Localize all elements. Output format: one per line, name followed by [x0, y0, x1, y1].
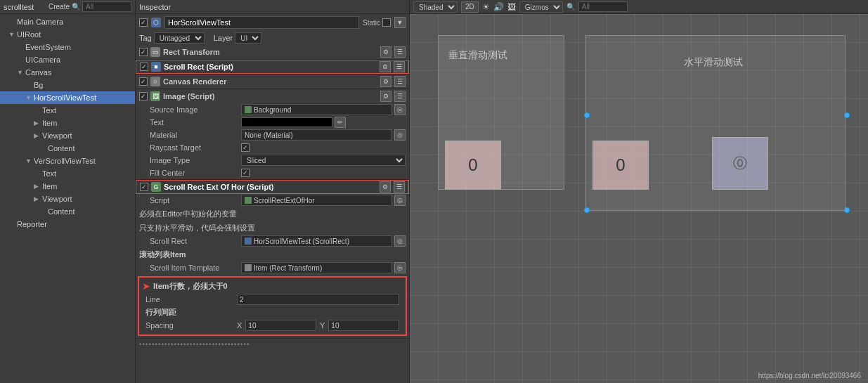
- hierarchy-search[interactable]: [82, 1, 131, 12]
- scene-search[interactable]: [578, 1, 628, 12]
- tree-item-uiroot[interactable]: ▼ UIRoot: [0, 28, 135, 41]
- raycast-value: [241, 143, 406, 152]
- arrow-canvas: ▼: [17, 69, 25, 76]
- tree-item-viewport2[interactable]: ▶ Viewport: [0, 193, 135, 205]
- tree-item-horscrollviewtest[interactable]: ▼ HorScrollViewTest: [0, 91, 135, 104]
- sre-menu-btn[interactable]: ☰: [394, 181, 405, 193]
- tree-item-content2[interactable]: Content: [0, 205, 135, 218]
- image-script-component: 🖼 Image (Script) ⚙ ☰ Source Image Backgr…: [136, 89, 409, 180]
- sun-icon: ☀: [482, 2, 490, 12]
- script-pick[interactable]: ◎: [394, 195, 406, 206]
- scroll-ext-header[interactable]: G Scroll Rect Ext Of Hor (Script) ⚙ ☰: [136, 180, 409, 194]
- go-name-input[interactable]: [164, 16, 359, 29]
- fill-center-checkbox[interactable]: [241, 169, 250, 177]
- scroll-rect-component: ■ Scroll Rect (Script) ⚙ ☰: [136, 60, 409, 74]
- sit-ref[interactable]: Item (Rect Transform): [241, 262, 392, 273]
- cr-settings-btn[interactable]: ⚙: [380, 76, 391, 87]
- spacing-y-input[interactable]: [328, 320, 399, 331]
- script-ref[interactable]: ScrollRectExtOfHor: [241, 195, 392, 206]
- layer-label: Layer: [214, 34, 233, 42]
- arrow-item2: ▶: [34, 183, 42, 190]
- raycast-row: Raycast Target: [136, 141, 409, 154]
- sr-enabled[interactable]: [140, 63, 148, 71]
- canvas-renderer-header[interactable]: ○ Canvas Renderer ⚙ ☰: [136, 74, 409, 89]
- tree-item-item2[interactable]: ▶ Item: [0, 180, 135, 193]
- tree-item-canvas[interactable]: ▼ Canvas: [0, 66, 135, 79]
- 2d-btn[interactable]: 2D: [461, 1, 479, 13]
- color-swatch[interactable]: [241, 117, 332, 127]
- tree-item-reporter[interactable]: Reporter: [0, 218, 135, 231]
- hor-scroll-label: 水平滑动测试: [684, 56, 743, 69]
- image-type-dropdown[interactable]: Sliced: [241, 155, 406, 166]
- tree-item-verscrollviewtest[interactable]: ▼ VerScrollViewTest: [0, 155, 135, 167]
- arrow-viewport2: ▶: [34, 195, 42, 202]
- source-image-ref[interactable]: Background: [241, 104, 392, 115]
- material-pick[interactable]: ◎: [394, 129, 406, 141]
- source-image-pick[interactable]: ◎: [394, 104, 406, 115]
- scene-bottom-link: https://blog.csdn.net/lcl20093466: [758, 372, 861, 379]
- hor-item1-value: 0: [616, 155, 625, 175]
- go-active-checkbox[interactable]: [139, 18, 148, 27]
- rt-menu-btn[interactable]: ☰: [394, 46, 406, 58]
- label-content1: Content: [48, 144, 75, 152]
- material-ref[interactable]: None (Material): [241, 129, 392, 141]
- scroll-item-template-row: Scroll Item Template Item (Rect Transfor…: [136, 261, 409, 274]
- tree-item-main-camera[interactable]: Main Camera: [0, 15, 135, 28]
- tree-item-content1[interactable]: Content: [0, 142, 135, 155]
- static-label: Static: [363, 19, 380, 27]
- cr-enabled[interactable]: [139, 77, 148, 86]
- scroll-rect-ref[interactable]: HorScrollViewTest (ScrollRect): [241, 235, 392, 247]
- tree-item-item1[interactable]: ▶ Item: [0, 117, 135, 129]
- inspector-header: Inspector: [136, 0, 409, 14]
- go-header-row: ⬡ Static ▼: [136, 14, 409, 31]
- line-input[interactable]: [237, 294, 399, 305]
- sr-menu-btn[interactable]: ☰: [394, 61, 405, 72]
- scene-header: Shaded 2D ☀ 🔊 🖼 Gizmos 🔍: [410, 0, 868, 14]
- audio-icon: 🔊: [493, 2, 504, 12]
- sr-pick-btn[interactable]: ◎: [394, 235, 406, 247]
- source-image-ref-text: Background: [254, 106, 291, 114]
- tree-item-text1[interactable]: Text: [0, 104, 135, 117]
- spacing-x-input[interactable]: [245, 320, 316, 331]
- static-checkbox[interactable]: [382, 18, 391, 27]
- script-ref-text: ScrollRectExtOfHor: [254, 197, 315, 205]
- rect-transform-header[interactable]: ▭ Rect Transform ⚙ ☰: [136, 45, 409, 59]
- rt-enabled[interactable]: [139, 48, 148, 56]
- tree-item-bg[interactable]: Bg: [0, 79, 135, 91]
- tree-item-text2[interactable]: Text: [0, 167, 135, 180]
- script-icon: [245, 197, 252, 204]
- sre-enabled[interactable]: [140, 183, 148, 191]
- scene-content: 垂直滑动测试 0 水平滑动测试 0 ⓪ https://blog.csdn.ne…: [410, 14, 868, 383]
- sr-settings-btn[interactable]: ⚙: [380, 61, 391, 72]
- raycast-checkbox[interactable]: [241, 143, 250, 152]
- tree-item-viewport1[interactable]: ▶ Viewport: [0, 129, 135, 142]
- source-image-label: Source Image: [150, 105, 241, 114]
- gizmos-dropdown[interactable]: Gizmos: [519, 1, 563, 13]
- sr-ref-text: HorScrollViewTest (ScrollRect): [254, 238, 349, 245]
- handle-dot-tr: [844, 112, 850, 118]
- sre-settings-btn[interactable]: ⚙: [380, 181, 391, 193]
- img-enabled[interactable]: [139, 92, 148, 100]
- sre-title: Scroll Rect Ext Of Hor (Script): [164, 183, 377, 191]
- arrow-indicator: ➤: [142, 280, 150, 292]
- tree-item-uicamera[interactable]: UICamera: [0, 53, 135, 66]
- vert-scroll-item: 0: [445, 141, 501, 190]
- scroll-rect-header[interactable]: ■ Scroll Rect (Script) ⚙ ☰: [136, 60, 409, 74]
- label-horscrollviewtest: HorScrollViewTest: [34, 93, 96, 102]
- hierarchy-title: scrolltest: [4, 3, 34, 11]
- color-pick-btn[interactable]: ✏: [335, 117, 346, 128]
- line-label: Line: [145, 295, 237, 304]
- rt-settings-btn[interactable]: ⚙: [380, 46, 391, 58]
- cr-title: Canvas Renderer: [163, 77, 377, 86]
- img-settings-btn[interactable]: ⚙: [380, 91, 391, 102]
- layer-dropdown[interactable]: UI: [235, 32, 261, 44]
- img-menu-btn[interactable]: ☰: [394, 91, 406, 102]
- tree-item-eventsystem[interactable]: EventSystem: [0, 41, 135, 53]
- handle-dot-bl: [584, 207, 590, 213]
- tag-dropdown[interactable]: Untagged: [154, 32, 205, 44]
- go-menu-btn[interactable]: ▼: [394, 17, 406, 28]
- sit-pick[interactable]: ◎: [394, 262, 406, 273]
- cr-menu-btn[interactable]: ☰: [394, 76, 406, 87]
- image-header[interactable]: 🖼 Image (Script) ⚙ ☰: [136, 89, 409, 103]
- shaded-dropdown[interactable]: Shaded: [413, 1, 458, 13]
